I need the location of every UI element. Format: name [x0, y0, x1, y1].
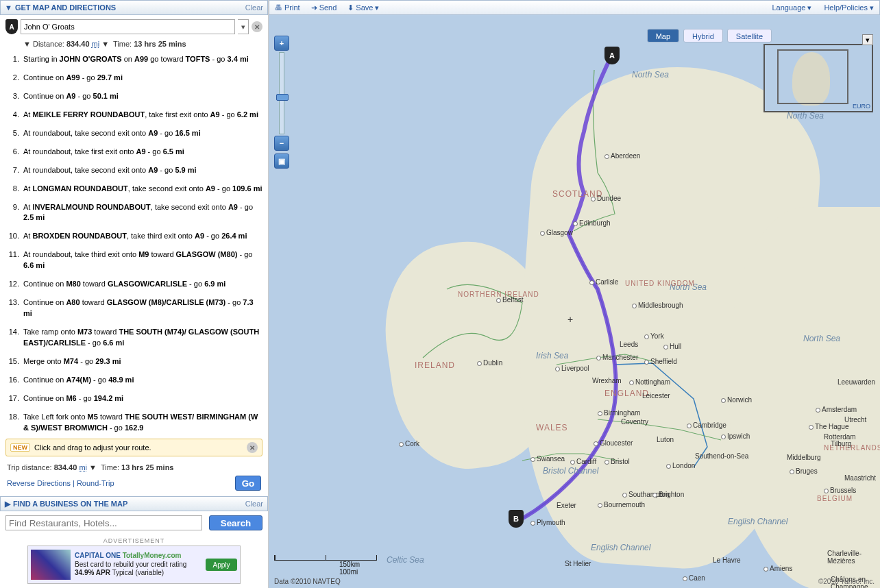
city-label: York	[644, 332, 664, 340]
sea-label: English Channel	[591, 543, 650, 552]
drag-tip: NEW Click and drag to adjust your route.…	[5, 439, 262, 456]
panel-header-business[interactable]: ▶ FIND A BUSINESS ON THE MAP Clear	[0, 496, 268, 511]
direction-step[interactable]: 11.At roundabout, take third exit onto M…	[3, 246, 264, 275]
city-label: Cambridge	[687, 421, 726, 429]
origin-marker: A	[5, 19, 18, 34]
direction-step[interactable]: 14.Take ramp onto M73 toward THE SOUTH (…	[3, 323, 264, 353]
zoom-in-button[interactable]: +	[274, 36, 289, 51]
city-label: St Helier	[565, 560, 591, 567]
origin-dropdown[interactable]: ▾	[238, 19, 249, 34]
direction-step[interactable]: 17.Continue on M6 - go 194.2 mi	[3, 390, 264, 408]
origin-input[interactable]	[21, 19, 235, 34]
city-label: Exeter	[557, 502, 576, 509]
zoom-handle[interactable]	[276, 94, 289, 101]
direction-step[interactable]: 10.At BROXDEN ROUNDABOUT, take third exi…	[3, 228, 264, 246]
city-label: Carlisle	[589, 278, 618, 286]
close-tip-icon[interactable]: ✕	[247, 442, 258, 453]
unit-toggle-trip[interactable]: mi	[79, 463, 87, 471]
direction-step[interactable]: 8.At LONGMAN ROUNDABOUT, take second exi…	[3, 180, 264, 199]
direction-step[interactable]: 3.Continue on A9 - go 50.1 mi	[3, 88, 264, 106]
print-button[interactable]: 🖶 Print	[275, 3, 300, 12]
go-button[interactable]: Go	[235, 476, 261, 491]
city-label: Cork	[399, 440, 419, 448]
city-label: Swansea	[530, 455, 565, 463]
city-label: Gloucester	[594, 439, 633, 447]
remove-origin-icon[interactable]: ✕	[252, 21, 262, 32]
panel-header-directions[interactable]: ▼ GET MAP AND DIRECTIONS Clear	[0, 0, 268, 15]
direction-step[interactable]: 5.At roundabout, take second exit onto A…	[3, 125, 264, 143]
overview-toggle-icon[interactable]: ▾	[862, 34, 873, 45]
map-pin-a[interactable]: A	[604, 47, 620, 64]
clear-link[interactable]: Clear	[245, 3, 263, 12]
direction-step[interactable]: 4.At MEIKLE FERRY ROUNDABOUT, take first…	[3, 106, 264, 125]
help-link[interactable]: Help/Policies ▾	[824, 3, 874, 12]
city-label: Amsterdam	[816, 406, 857, 413]
city-label: Brighton	[652, 491, 684, 498]
map-canvas[interactable]: A B + North Sea North Sea North Sea Nort…	[269, 15, 880, 588]
language-button[interactable]: Language ▾	[772, 3, 811, 12]
clear-biz-link[interactable]: Clear	[245, 500, 263, 508]
round-trip-link[interactable]: Round-Trip	[77, 479, 114, 487]
country-label: WALES	[536, 423, 568, 432]
direction-step[interactable]: 7.At roundabout, take second exit onto A…	[3, 162, 264, 180]
country-label: IRELAND	[415, 360, 455, 370]
city-label: Middelburg	[787, 454, 820, 461]
advertisement[interactable]: CAPITAL ONE TotallyMoney.com Best card t…	[27, 546, 241, 584]
tab-hybrid[interactable]: Hybrid	[683, 29, 723, 42]
directions-steps[interactable]: 1.Starting in JOHN O'GROATS on A99 go to…	[0, 51, 268, 436]
direction-step[interactable]: 2.Continue on A99 - go 29.7 mi	[3, 69, 264, 88]
city-label: Amiens	[763, 565, 792, 572]
zoom-slider[interactable]	[279, 52, 284, 134]
city-label: Cardiff	[570, 458, 596, 465]
sea-label: North Sea	[787, 111, 824, 121]
zoom-out-button[interactable]: −	[274, 136, 289, 151]
tab-satellite[interactable]: Satellite	[727, 29, 772, 42]
send-button[interactable]: ➜ Send	[311, 3, 337, 12]
overview-map[interactable]: ▾ EURO	[763, 44, 873, 112]
city-label: Brussels	[824, 487, 856, 494]
direction-step[interactable]: 9.At INVERALMOUND ROUNDABOUT, take secon…	[3, 199, 264, 228]
overview-label: EURO	[853, 103, 870, 110]
direction-step[interactable]: 18.Take Left fork onto M5 toward THE SOU…	[3, 408, 264, 436]
city-label: Bruges	[790, 467, 818, 475]
unit-toggle[interactable]: mi	[92, 40, 100, 48]
direction-step[interactable]: 6.At roundabout, take first exit onto A9…	[3, 143, 264, 162]
direction-step[interactable]: 1.Starting in JOHN O'GROATS on A99 go to…	[3, 51, 264, 69]
city-label: The Hague	[809, 423, 848, 430]
directions-panel: ▼ GET MAP AND DIRECTIONS Clear A ▾ ✕ ▼ D…	[0, 0, 269, 588]
sea-label: English Channel	[728, 517, 787, 526]
save-button[interactable]: ⬇ Save ▾	[347, 3, 379, 12]
route-summary: ▼ Distance: 834.40 mi ▼ Time: 13 hrs 25 …	[0, 38, 268, 51]
map-pin-b[interactable]: B	[509, 510, 524, 528]
sea-label: Bristol Channel	[543, 466, 598, 476]
reverse-directions-link[interactable]: Reverse Directions	[7, 479, 71, 487]
ad-apply-button[interactable]: Apply	[206, 559, 237, 571]
city-label: Dundee	[591, 195, 621, 202]
city-label: London	[666, 462, 695, 469]
city-label: Leeuwarden	[838, 378, 875, 386]
city-label: Bournemouth	[598, 501, 645, 509]
city-label: Leicester	[642, 392, 670, 400]
panel-title: GET MAP AND DIRECTIONS	[15, 3, 116, 12]
city-label: Edinburgh	[573, 219, 611, 227]
city-label: Charleville-Mézières	[827, 550, 880, 565]
city-label: Dublin	[477, 359, 502, 367]
direction-step[interactable]: 15.Merge onto M74 - go 29.3 mi	[3, 353, 264, 371]
city-label: Luton	[657, 436, 674, 443]
overview-viewport[interactable]	[777, 49, 848, 104]
tab-map[interactable]: Map	[647, 29, 679, 42]
sea-label: Celtic Sea	[387, 555, 424, 565]
direction-step[interactable]: 16.Continue on A74(M) - go 48.9 mi	[3, 371, 264, 390]
city-label: Belfast	[496, 296, 524, 304]
city-label: Liverpool	[555, 365, 589, 372]
business-search-input[interactable]	[5, 515, 202, 530]
direction-step[interactable]: 12.Continue on M80 toward GLASGOW/CARLIS…	[3, 275, 264, 294]
sea-label: North Sea	[632, 70, 669, 79]
search-button[interactable]: Search	[209, 515, 262, 530]
city-label: Plymouth	[530, 519, 565, 526]
panel-title-biz: FIND A BUSINESS ON THE MAP	[13, 500, 127, 508]
collapse-icon: ▼	[5, 3, 12, 12]
fit-button[interactable]: ▣	[274, 154, 289, 169]
direction-step[interactable]: 13.Continue on A80 toward GLASGOW (M8)/C…	[3, 294, 264, 323]
city-label: Maastricht	[844, 474, 876, 482]
